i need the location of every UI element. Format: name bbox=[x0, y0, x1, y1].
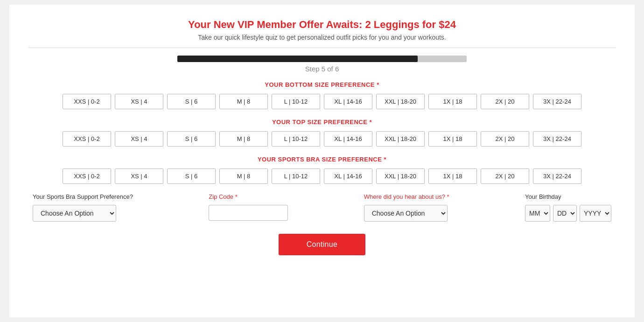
header-subtitle: Take our quick lifestyle quiz to get per… bbox=[28, 34, 616, 41]
bra-size-row: XXS | 0-2 XS | 4 S | 6 M | 8 L | 10-12 X… bbox=[28, 168, 616, 184]
bottom-size-3x[interactable]: 3X | 22-24 bbox=[533, 94, 581, 109]
top-size-xxs[interactable]: XXS | 0-2 bbox=[63, 131, 111, 147]
continue-button[interactable]: Continue bbox=[279, 234, 365, 255]
zip-code-input[interactable] bbox=[209, 205, 288, 221]
bottom-size-xxs[interactable]: XXS | 0-2 bbox=[63, 94, 111, 109]
top-size-s[interactable]: S | 6 bbox=[167, 131, 216, 147]
progress-section: Step 5 of 6 bbox=[28, 56, 616, 73]
top-size-xl[interactable]: XL | 14-16 bbox=[324, 131, 372, 147]
continue-section: Continue bbox=[28, 234, 616, 255]
birthday-mm-select[interactable]: MM 01020304 05060708 09101112 bbox=[525, 205, 550, 222]
bra-size-2x[interactable]: 2X | 20 bbox=[481, 168, 529, 184]
bra-size-xxs[interactable]: XXS | 0-2 bbox=[63, 168, 111, 184]
header-title: Your New VIP Member Offer Awaits: 2 Legg… bbox=[28, 19, 616, 31]
bottom-size-1x[interactable]: 1X | 18 bbox=[428, 94, 477, 109]
bottom-size-m[interactable]: M | 8 bbox=[219, 94, 268, 109]
bra-size-3x[interactable]: 3X | 22-24 bbox=[533, 168, 581, 184]
heard-about-select[interactable]: Choose An Option Social Media Friend TV … bbox=[364, 205, 448, 222]
bottom-size-s[interactable]: S | 6 bbox=[167, 94, 216, 109]
birthday-dd-select[interactable]: DD 0102030405 0607080910 1112131415 1617… bbox=[553, 205, 577, 222]
bra-size-m[interactable]: M | 8 bbox=[219, 168, 268, 184]
bra-size-l[interactable]: L | 10-12 bbox=[272, 168, 320, 184]
birthday-label: Your Birthday bbox=[525, 193, 561, 200]
header-divider bbox=[28, 48, 616, 48]
step-label: Step 5 of 6 bbox=[305, 65, 339, 73]
bra-size-xl[interactable]: XL | 14-16 bbox=[324, 168, 372, 184]
bottom-size-xs[interactable]: XS | 4 bbox=[115, 94, 163, 109]
bottom-size-label: YOUR BOTTOM SIZE PREFERENCE * bbox=[28, 81, 616, 88]
zip-code-label: Zip Code * bbox=[209, 193, 237, 200]
progress-bar-outer bbox=[177, 56, 467, 62]
bra-support-group: Your Sports Bra Support Preference? Choo… bbox=[33, 193, 133, 222]
top-size-xxl[interactable]: XXL | 18-20 bbox=[376, 131, 425, 147]
bottom-size-xl[interactable]: XL | 14-16 bbox=[324, 94, 372, 109]
bra-size-xs[interactable]: XS | 4 bbox=[115, 168, 163, 184]
bra-size-s[interactable]: S | 6 bbox=[167, 168, 216, 184]
top-size-xs[interactable]: XS | 4 bbox=[115, 131, 163, 147]
top-size-l[interactable]: L | 10-12 bbox=[272, 131, 320, 147]
bra-size-xxl[interactable]: XXL | 18-20 bbox=[376, 168, 425, 184]
top-size-2x[interactable]: 2X | 20 bbox=[481, 131, 529, 147]
header-title-prefix: Your New VIP Member Offer Awaits: bbox=[188, 19, 365, 30]
fields-row: Your Sports Bra Support Preference? Choo… bbox=[28, 193, 616, 222]
top-size-3x[interactable]: 3X | 22-24 bbox=[533, 131, 581, 147]
heard-about-label: Where did you hear about us? * bbox=[364, 193, 449, 200]
bra-size-label: YOUR SPORTS BRA SIZE PREFERENCE * bbox=[28, 156, 616, 163]
header: Your New VIP Member Offer Awaits: 2 Legg… bbox=[28, 19, 616, 41]
top-size-1x[interactable]: 1X | 18 bbox=[428, 131, 477, 147]
bottom-size-2x[interactable]: 2X | 20 bbox=[481, 94, 529, 109]
bottom-size-l[interactable]: L | 10-12 bbox=[272, 94, 320, 109]
birthday-selects: MM 01020304 05060708 09101112 DD 0102030… bbox=[525, 205, 611, 222]
birthday-yyyy-select[interactable]: YYYY 2005200019951990 1985198019751970 bbox=[580, 205, 611, 222]
top-size-label: YOUR TOP SIZE PREFERENCE * bbox=[28, 119, 616, 126]
birthday-group: Your Birthday MM 01020304 05060708 09101… bbox=[525, 193, 611, 222]
bra-support-select[interactable]: Choose An Option Light Medium High bbox=[33, 205, 116, 222]
bra-size-1x[interactable]: 1X | 18 bbox=[428, 168, 477, 184]
progress-bar-inner bbox=[177, 56, 418, 62]
heard-about-group: Where did you hear about us? * Choose An… bbox=[364, 193, 449, 222]
top-size-row: XXS | 0-2 XS | 4 S | 6 M | 8 L | 10-12 X… bbox=[28, 131, 616, 147]
top-size-m[interactable]: M | 8 bbox=[219, 131, 268, 147]
header-title-highlight: 2 Leggings for $24 bbox=[365, 19, 456, 30]
main-container: Your New VIP Member Offer Awaits: 2 Legg… bbox=[9, 5, 635, 317]
bra-support-label: Your Sports Bra Support Preference? bbox=[33, 193, 133, 200]
zip-code-group: Zip Code * bbox=[209, 193, 288, 221]
bottom-size-xxl[interactable]: XXL | 18-20 bbox=[376, 94, 425, 109]
bottom-size-row: XXS | 0-2 XS | 4 S | 6 M | 8 L | 10-12 X… bbox=[28, 94, 616, 109]
